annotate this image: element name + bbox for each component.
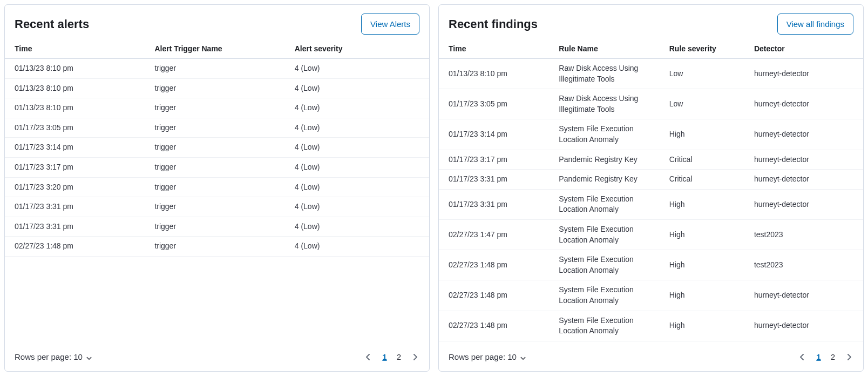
cell-detector: test2023 [744,250,863,280]
cell-time: 01/17/23 3:05 pm [5,118,145,138]
table-row[interactable]: 01/17/23 3:05 pmRaw Disk Access Using Il… [439,89,863,119]
table-row[interactable]: 01/13/23 8:10 pmtrigger4 (Low) [5,59,429,79]
alerts-header-row: Time Alert Trigger Name Alert severity [5,39,429,59]
alerts-rows-per-page[interactable]: Rows per page: 10 [15,352,92,361]
alerts-page-2[interactable]: 2 [397,352,401,361]
cell-severity: Low [660,89,744,119]
findings-header: Recent findings View all findings [439,5,863,39]
alerts-table: Time Alert Trigger Name Alert severity 0… [5,39,429,257]
cell-rule: System File Execution Location Anomaly [549,189,659,219]
cell-severity: Critical [660,150,744,170]
cell-severity: 4 (Low) [285,138,429,158]
cell-time: 01/17/23 3:20 pm [5,177,145,197]
cell-trigger: trigger [145,157,284,177]
cell-time: 01/13/23 8:10 pm [5,59,145,79]
cell-trigger: trigger [145,217,284,237]
findings-col-rule[interactable]: Rule Name [549,39,659,59]
cell-rule: Pandemic Registry Key [549,170,659,190]
table-row[interactable]: 01/17/23 3:05 pmtrigger4 (Low) [5,118,429,138]
table-row[interactable]: 01/17/23 3:14 pmtrigger4 (Low) [5,138,429,158]
cell-severity: High [660,219,744,250]
cell-severity: High [660,189,744,219]
cell-severity: Critical [660,170,744,190]
table-row[interactable]: 02/27/23 1:48 pmtrigger4 (Low) [5,237,429,257]
alerts-col-severity[interactable]: Alert severity [285,39,429,59]
cell-severity: High [660,250,744,280]
table-row[interactable]: 01/17/23 3:31 pmSystem File Execution Lo… [439,189,863,219]
cell-rule: Raw Disk Access Using Illegitimate Tools [549,89,659,119]
cell-severity: 4 (Low) [285,217,429,237]
table-row[interactable]: 01/17/23 3:17 pmtrigger4 (Low) [5,157,429,177]
cell-time: 02/27/23 1:48 pm [439,280,549,311]
view-findings-button[interactable]: View all findings [777,14,853,35]
cell-detector: test2023 [744,219,863,250]
alerts-footer: Rows per page: 10 1 2 [5,345,429,371]
cell-rule: System File Execution Location Anomaly [549,280,659,311]
cell-severity: High [660,311,744,341]
cell-time: 01/17/23 3:31 pm [439,170,549,190]
findings-pager: 1 2 [798,352,853,361]
alerts-table-wrap: Time Alert Trigger Name Alert severity 0… [5,39,429,345]
alerts-prev-page[interactable] [364,353,372,361]
cell-time: 01/17/23 3:31 pm [5,197,145,217]
table-row[interactable]: 02/27/23 1:47 pmSystem File Execution Lo… [439,219,863,250]
cell-detector: hurneyt-detector [744,150,863,170]
findings-rows-per-page[interactable]: Rows per page: 10 [449,352,526,361]
table-row[interactable]: 01/17/23 3:20 pmtrigger4 (Low) [5,177,429,197]
findings-rows-per-page-label: Rows per page: 10 [449,352,517,361]
table-row[interactable]: 01/13/23 8:10 pmRaw Disk Access Using Il… [439,59,863,89]
table-row[interactable]: 01/17/23 3:31 pmtrigger4 (Low) [5,217,429,237]
findings-header-row: Time Rule Name Rule severity Detector [439,39,863,59]
cell-trigger: trigger [145,59,284,79]
table-row[interactable]: 01/13/23 8:10 pmtrigger4 (Low) [5,78,429,98]
cell-severity: High [660,119,744,150]
cell-rule: System File Execution Location Anomaly [549,119,659,150]
table-row[interactable]: 01/13/23 8:10 pmtrigger4 (Low) [5,98,429,118]
cell-time: 01/17/23 3:17 pm [5,157,145,177]
alerts-next-page[interactable] [411,353,419,361]
findings-prev-page[interactable] [798,353,806,361]
cell-trigger: trigger [145,98,284,118]
findings-page-2[interactable]: 2 [831,352,835,361]
cell-time: 01/13/23 8:10 pm [5,78,145,98]
cell-time: 01/13/23 8:10 pm [5,98,145,118]
cell-severity: 4 (Low) [285,118,429,138]
cell-detector: hurneyt-detector [744,280,863,311]
cell-time: 02/27/23 1:48 pm [439,250,549,280]
findings-title: Recent findings [449,17,538,31]
findings-page-1[interactable]: 1 [816,352,820,361]
cell-time: 01/17/23 3:31 pm [5,217,145,237]
alerts-rows-per-page-label: Rows per page: 10 [15,352,83,361]
cell-detector: hurneyt-detector [744,89,863,119]
cell-severity: 4 (Low) [285,78,429,98]
table-row[interactable]: 01/17/23 3:14 pmSystem File Execution Lo… [439,119,863,150]
cell-time: 01/13/23 8:10 pm [439,59,549,89]
recent-findings-panel: Recent findings View all findings Time R… [438,4,864,372]
table-row[interactable]: 02/27/23 1:48 pmSystem File Execution Lo… [439,311,863,341]
alerts-page-1[interactable]: 1 [382,352,386,361]
findings-footer: Rows per page: 10 1 2 [439,345,863,371]
findings-next-page[interactable] [845,353,853,361]
cell-severity: 4 (Low) [285,98,429,118]
alerts-col-time[interactable]: Time [5,39,145,59]
table-row[interactable]: 02/27/23 1:48 pmSystem File Execution Lo… [439,280,863,311]
cell-detector: hurneyt-detector [744,170,863,190]
cell-severity: 4 (Low) [285,157,429,177]
table-row[interactable]: 01/17/23 3:17 pmPandemic Registry KeyCri… [439,150,863,170]
findings-col-detector[interactable]: Detector [744,39,863,59]
findings-table-wrap: Time Rule Name Rule severity Detector 01… [439,39,863,345]
findings-col-time[interactable]: Time [439,39,549,59]
view-alerts-button[interactable]: View Alerts [361,14,419,35]
cell-trigger: trigger [145,118,284,138]
table-row[interactable]: 01/17/23 3:31 pmtrigger4 (Low) [5,197,429,217]
cell-detector: hurneyt-detector [744,59,863,89]
table-row[interactable]: 01/17/23 3:31 pmPandemic Registry KeyCri… [439,170,863,190]
cell-rule: Raw Disk Access Using Illegitimate Tools [549,59,659,89]
cell-trigger: trigger [145,177,284,197]
cell-trigger: trigger [145,237,284,257]
cell-trigger: trigger [145,78,284,98]
findings-col-severity[interactable]: Rule severity [660,39,744,59]
cell-time: 01/17/23 3:14 pm [5,138,145,158]
alerts-col-trigger[interactable]: Alert Trigger Name [145,39,284,59]
table-row[interactable]: 02/27/23 1:48 pmSystem File Execution Lo… [439,250,863,280]
